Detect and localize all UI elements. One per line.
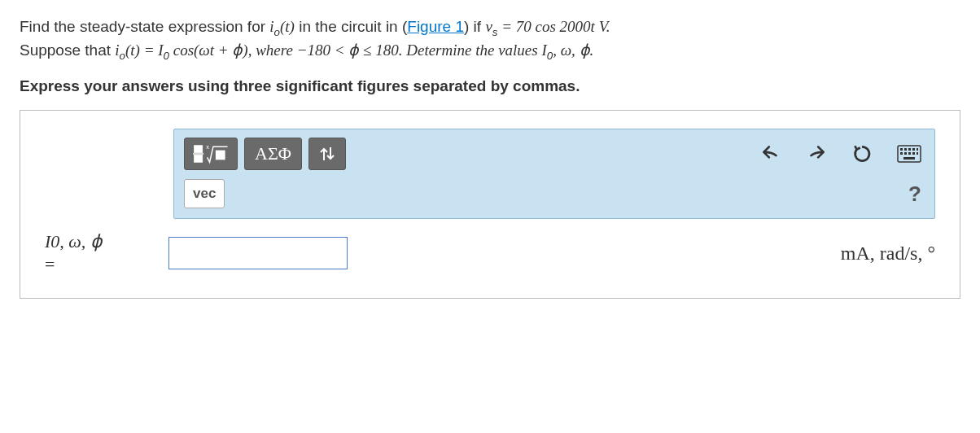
updown-arrows-icon [317,144,337,164]
svg-rect-10 [917,148,918,151]
undo-icon [760,143,781,164]
svg-rect-11 [900,152,903,155]
redo-icon [806,143,827,164]
undo-button[interactable] [757,140,785,168]
answer-panel: x ΑΣΦ [20,110,960,299]
svg-rect-1 [194,155,202,162]
units-label: mA, rad/s, ° [841,243,935,265]
variable-label: I0, ω, ϕ = [45,230,159,277]
svg-rect-14 [912,152,915,155]
svg-rect-9 [912,148,915,151]
equation-toolbar: x ΑΣΦ [173,129,935,219]
svg-rect-3 [216,150,225,160]
svg-rect-6 [900,148,903,151]
svg-rect-12 [904,152,907,155]
svg-rect-15 [917,152,918,155]
svg-rect-16 [903,157,915,160]
instruction-text: Express your answers using three signifi… [20,77,960,95]
help-button[interactable]: ? [905,178,925,210]
reset-button[interactable] [848,140,876,168]
greek-symbols-button[interactable]: ΑΣΦ [244,138,302,170]
redo-button[interactable] [803,140,830,168]
answer-input[interactable] [168,237,348,269]
svg-text:x: x [206,143,209,151]
svg-rect-8 [908,148,911,151]
svg-rect-0 [194,146,202,153]
svg-rect-13 [908,152,911,155]
reset-icon [851,143,873,164]
problem-statement: Find the steady-state expression for io(… [20,16,960,64]
subscript-superscript-button[interactable] [308,138,346,170]
keyboard-button[interactable] [894,142,925,166]
keyboard-icon [897,145,921,163]
vector-button[interactable]: vec [184,179,225,208]
template-button[interactable]: x [184,138,238,170]
figure-link[interactable]: Figure 1 [407,18,464,35]
fraction-root-icon: x [193,142,229,165]
svg-rect-7 [904,148,907,151]
